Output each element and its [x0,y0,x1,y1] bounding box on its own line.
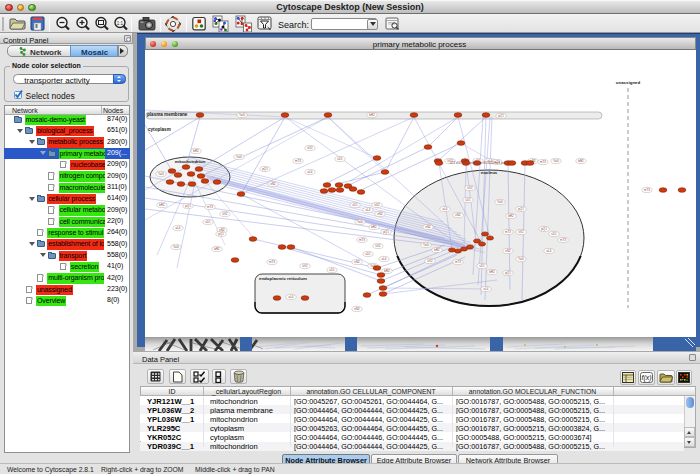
svg-text:bR2: bR2 [369,113,375,117]
svg-text:kV2: kV2 [374,203,380,207]
svg-text:Yal0: Yal0 [357,220,363,224]
svg-text:Yal0: Yal0 [236,155,242,159]
svg-text:cytoplasm: cytoplasm [148,127,171,132]
svg-text:aL4: aL4 [307,170,312,174]
svg-text:pQ1: pQ1 [541,227,547,231]
svg-text:kV2: kV2 [427,259,433,263]
svg-text:mT3: mT3 [505,230,511,234]
svg-text:endoplasmic reticulum: endoplasmic reticulum [259,276,307,281]
svg-text:mT3: mT3 [540,160,546,164]
svg-text:aL4: aL4 [483,287,488,291]
svg-text:Yal0: Yal0 [553,159,559,163]
svg-text:bR2: bR2 [434,248,440,252]
svg-text:Yal0: Yal0 [497,200,503,204]
svg-text:bR2: bR2 [193,149,199,153]
svg-text:pQ1: pQ1 [383,230,389,234]
svg-text:pQ1: pQ1 [218,232,224,236]
svg-text:Yal0: Yal0 [518,257,524,261]
svg-text:kV2: kV2 [375,244,381,248]
svg-text:bR2: bR2 [384,269,390,273]
svg-text:kV2: kV2 [518,230,524,234]
svg-text:sD1: sD1 [352,203,358,207]
svg-text:unassigned: unassigned [615,80,640,85]
svg-text:bR2: bR2 [371,225,377,229]
svg-text:pQ1: pQ1 [262,167,268,171]
svg-text:bR2: bR2 [578,159,584,163]
svg-text:Yal0: Yal0 [423,243,429,247]
svg-text:mT3: mT3 [560,238,566,242]
svg-text:aL4: aL4 [288,295,293,299]
svg-text:1:1: 1:1 [117,21,124,26]
svg-text:f(x): f(x) [641,374,651,382]
svg-text:Yal0: Yal0 [173,245,179,249]
svg-text:nucleus: nucleus [480,170,497,175]
svg-text:aL4: aL4 [442,207,447,211]
svg-text:pQ1: pQ1 [498,114,504,118]
svg-text:eN2: eN2 [455,213,461,217]
svg-text:mT3: mT3 [359,238,365,242]
svg-text:mitochondrion: mitochondrion [174,159,205,164]
svg-text:Yal0: Yal0 [239,113,245,117]
svg-text:kV2: kV2 [467,186,473,190]
svg-text:plasma membrane: plasma membrane [147,112,188,117]
svg-text:aL4: aL4 [365,208,370,212]
svg-text:kV2: kV2 [307,146,313,150]
svg-text:pQ1: pQ1 [185,204,191,208]
svg-text:mT3: mT3 [644,188,650,192]
svg-text:bR2: bR2 [508,214,514,218]
svg-text:kV2: kV2 [302,264,308,268]
svg-text:mT3: mT3 [455,260,461,264]
svg-text:eN2: eN2 [505,249,511,253]
svg-text:aT2 dG1 rR0 annotation.GO bC4: aT2 dG1 rR0 annotation.GO bC4 nnX paL2 [450,161,508,165]
svg-text:sD1: sD1 [465,198,471,202]
svg-text:bR2: bR2 [159,203,165,207]
svg-text:bR2: bR2 [489,270,495,274]
svg-text:mT3: mT3 [295,159,301,163]
svg-text:sD1: sD1 [205,220,211,224]
svg-text:bR2: bR2 [214,247,220,251]
svg-text:sD1: sD1 [329,268,335,272]
svg-text:pQ1: pQ1 [505,271,511,275]
svg-text:pQ1: pQ1 [518,207,524,211]
svg-text:kV2: kV2 [222,212,228,216]
svg-text:sD1: sD1 [479,264,485,268]
svg-text:aL4: aL4 [546,249,551,253]
svg-text:sD1: sD1 [551,232,557,236]
svg-text:mT3: mT3 [207,205,213,209]
svg-text:eN2: eN2 [354,307,360,311]
svg-text:Yal0: Yal0 [158,172,164,176]
svg-text:eN2: eN2 [354,260,360,264]
svg-text:eN2: eN2 [377,212,383,216]
svg-text:eN2: eN2 [425,225,431,229]
svg-text:mT3: mT3 [269,260,275,264]
svg-text:aL4: aL4 [175,226,180,230]
svg-text:sD1: sD1 [365,252,371,256]
svg-text:sD1: sD1 [337,157,343,161]
svg-text:aL4: aL4 [381,257,386,261]
svg-text:eN2: eN2 [270,182,276,186]
